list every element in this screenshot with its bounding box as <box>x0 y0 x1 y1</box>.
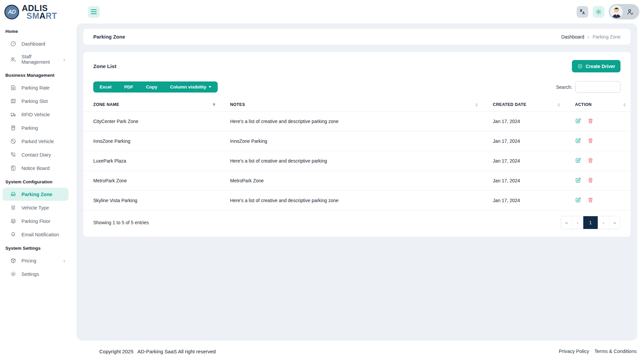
sidebar-item-vehicle-type[interactable]: Vehicle Type <box>3 201 68 214</box>
avatar <box>610 5 623 18</box>
sidebar-item-settings[interactable]: Settings <box>3 267 68 281</box>
sidebar-item-dashboard[interactable]: Dashboard <box>3 37 68 50</box>
footer-links: Privacy PolicyTerms & Conditions <box>559 349 637 354</box>
caret-down-icon <box>209 86 211 88</box>
document-icon <box>10 84 16 91</box>
table-row: Skyline Vista Parking Here's a list of c… <box>83 191 631 210</box>
menu-toggle-button[interactable] <box>88 6 100 18</box>
created-date-cell: Jan 17, 2024 <box>483 171 565 191</box>
zone-name-cell: InnoZone Parking <box>83 131 220 151</box>
sliders-icon <box>10 204 16 211</box>
sidebar-item-label: Parking Rate <box>21 85 50 90</box>
entries-summary: Showing 1 to 5 of 5 entries <box>93 220 149 225</box>
sort-icon <box>557 103 560 107</box>
column-header-created-date[interactable]: CREATED DATE <box>483 98 565 112</box>
edit-icon <box>575 137 581 144</box>
language-button[interactable] <box>577 6 588 18</box>
trash-icon <box>587 118 594 124</box>
sidebar-item-email-notification[interactable]: Email Notification <box>3 228 68 241</box>
translate-icon <box>579 8 586 15</box>
zone-name-cell: Skyline Vista Parking <box>83 191 220 210</box>
sort-icon <box>213 103 215 107</box>
hamburger-icon <box>91 9 97 14</box>
sidebar-item-notice-board[interactable]: Notice Board <box>3 162 68 175</box>
sidebar-item-label: Vehicle Type <box>21 205 49 210</box>
sidebar-item-parking-rate[interactable]: Parking Rate <box>3 81 68 94</box>
sidebar-item-contact-diary[interactable]: Contact Diary <box>3 148 68 161</box>
breadcrumb-dashboard-link[interactable]: Dashboard <box>561 34 584 40</box>
pagination: « ‹ 1 › » <box>561 216 621 229</box>
edit-button[interactable] <box>575 118 581 125</box>
terms-conditions-link[interactable]: Terms & Conditions <box>594 349 637 354</box>
copy-export-button[interactable]: Copy <box>140 81 164 93</box>
settings-quick-button[interactable] <box>593 6 604 18</box>
created-date-cell: Jan 17, 2024 <box>483 191 565 210</box>
column-header-notes[interactable]: NOTES <box>220 98 483 112</box>
brand-text: ADLIS SMART <box>22 4 57 20</box>
delete-button[interactable] <box>587 157 594 165</box>
sidebar-item-label: Email Notification <box>21 232 59 237</box>
sidebar-item-label: Staff Management <box>21 54 58 65</box>
action-cell <box>565 191 631 210</box>
edit-button[interactable] <box>575 177 581 184</box>
sort-icon <box>623 103 626 107</box>
column-header-action[interactable]: ACTION <box>565 98 631 112</box>
sidebar-section-label: System Settings <box>0 241 71 254</box>
trash-icon <box>587 137 594 144</box>
sort-icon <box>475 103 478 107</box>
delete-button[interactable] <box>587 137 594 145</box>
sidebar-item-parking-zone[interactable]: Parking Zone <box>3 188 68 201</box>
car-icon <box>10 191 16 197</box>
create-driver-button[interactable]: Create Driver <box>572 60 621 72</box>
slash-circle-icon <box>10 138 16 144</box>
sidebar-item-rfid-vehicle[interactable]: RFID Vehicle <box>3 108 68 121</box>
export-button-group: ExcelPDFCopyColumn visibility <box>93 81 218 93</box>
excel-export-button[interactable]: Excel <box>93 81 118 93</box>
sidebar-item-parking-floor[interactable]: Parking Floor <box>3 215 68 228</box>
sidebar-section-label: System Configuration <box>0 175 71 187</box>
chevron-right-icon: › <box>588 34 589 40</box>
sidebar-item-pricing[interactable]: Pricing› <box>3 254 68 267</box>
delete-button[interactable] <box>587 118 594 125</box>
edit-button[interactable] <box>575 137 581 145</box>
privacy-policy-link[interactable]: Privacy Policy <box>559 349 589 354</box>
table-row: InnoZone Parking InnoZone Parking Jan 17… <box>83 131 631 151</box>
pagination-last-button[interactable]: » <box>609 216 620 229</box>
pagination-next-button[interactable]: › <box>598 216 609 229</box>
column-header-zone-name[interactable]: ZONE NAME <box>83 98 220 112</box>
create-driver-label: Create Driver <box>586 64 615 69</box>
card-title: Zone List <box>93 63 116 69</box>
sidebar-item-parking[interactable]: Parking <box>3 121 68 134</box>
created-date-cell: Jan 17, 2024 <box>483 112 565 131</box>
sidebar: AD ADLIS SMART HomeDashboardStaff Manage… <box>0 0 71 362</box>
chevron-right-icon: › <box>63 258 65 263</box>
pdf-export-button[interactable]: PDF <box>118 81 140 93</box>
people-icon <box>10 56 16 63</box>
pagination-prev-button[interactable]: ‹ <box>572 216 583 229</box>
notes-cell: Here's a list of creative and descriptiv… <box>220 151 483 171</box>
sidebar-item-staff-management[interactable]: Staff Management› <box>3 51 68 68</box>
brand-badge-icon: AD <box>4 5 19 19</box>
action-cell <box>565 151 631 171</box>
delete-button[interactable] <box>587 197 594 204</box>
sidebar-item-label: Settings <box>21 272 39 277</box>
edit-button[interactable] <box>575 157 581 165</box>
sidebar-item-parked-vehicle[interactable]: Parked Vehicle <box>3 135 68 148</box>
pagination-first-button[interactable]: « <box>561 216 572 229</box>
truck-icon <box>10 111 16 118</box>
box-icon <box>10 257 16 264</box>
delete-button[interactable] <box>587 177 594 184</box>
profile-menu[interactable] <box>609 4 639 19</box>
sidebar-item-label: RFID Vehicle <box>21 112 50 117</box>
sidebar-item-label: Parking Slot <box>21 99 48 104</box>
trash-icon <box>587 157 594 164</box>
pagination-page-1-button[interactable]: 1 <box>583 216 598 229</box>
sidebar-section-label: Home <box>0 24 71 37</box>
column-visibility-button[interactable]: Column visibility <box>164 81 218 93</box>
sidebar-item-parking-slot[interactable]: Parking Slot <box>3 95 68 108</box>
table-row: CityCenter Park Zone Here's a list of cr… <box>83 112 631 131</box>
search-input[interactable] <box>575 81 621 93</box>
brand-logo[interactable]: AD ADLIS SMART <box>0 0 71 24</box>
edit-button[interactable] <box>575 197 581 204</box>
sidebar-item-label: Parked Vehicle <box>21 139 54 144</box>
